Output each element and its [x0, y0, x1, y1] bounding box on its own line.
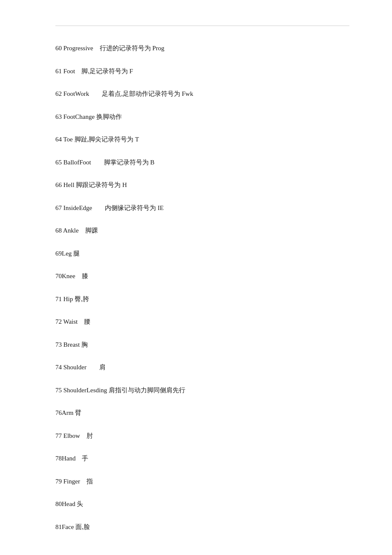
entry-text-62: 62 FootWork 足着点,足部动作记录符号为 Fwk	[55, 90, 193, 97]
list-item: 73 Breast 胸	[55, 339, 349, 351]
entry-text-65: 65 BallofFoot 脚掌记录符号为 B	[55, 159, 155, 166]
entry-text-81: 81Face 面,脸	[55, 523, 90, 530]
entry-text-67: 67 InsideEdge 内侧缘记录符号为 IE	[55, 204, 164, 211]
list-item: 60 Progressive 行进的记录符号为 Prog	[55, 43, 349, 54]
list-item: 71 Hip 臀,胯	[55, 294, 349, 305]
entry-text-70: 70Knee 膝	[55, 273, 88, 279]
entry-text-79: 79 Finger 指	[55, 478, 93, 485]
list-item: 64 Toe 脚趾,脚尖记录符号为 T	[55, 134, 349, 145]
list-item: 63 FootChange 换脚动作	[55, 112, 349, 123]
entry-text-80: 80Head 头	[55, 500, 83, 507]
entry-text-68: 68 Ankle 脚踝	[55, 227, 98, 234]
entries-list: 60 Progressive 行进的记录符号为 Prog61 Foot 脚,足记…	[55, 43, 349, 532]
list-item: 79 Finger 指	[55, 476, 349, 487]
entry-text-71: 71 Hip 臀,胯	[55, 296, 89, 302]
entry-text-77: 77 Elbow 肘	[55, 432, 93, 439]
list-item: 76Arm 臂	[55, 408, 349, 419]
list-item: 70Knee 膝	[55, 271, 349, 282]
entry-text-66: 66 Hell 脚跟记录符号为 H	[55, 181, 127, 188]
list-item: 81Face 面,脸	[55, 522, 349, 533]
list-item: 62 FootWork 足着点,足部动作记录符号为 Fwk	[55, 89, 349, 100]
list-item: 67 InsideEdge 内侧缘记录符号为 IE	[55, 203, 349, 214]
entry-text-60: 60 Progressive 行进的记录符号为 Prog	[55, 45, 164, 52]
list-item: 61 Foot 脚,足记录符号为 F	[55, 66, 349, 77]
top-divider	[55, 26, 349, 26]
list-item: 77 Elbow 肘	[55, 431, 349, 442]
list-item: 74 Shoulder 肩	[55, 362, 349, 373]
entry-text-63: 63 FootChange 换脚动作	[55, 113, 122, 120]
list-item: 66 Hell 脚跟记录符号为 H	[55, 180, 349, 191]
entry-text-76: 76Arm 臂	[55, 409, 81, 416]
entry-text-61: 61 Foot 脚,足记录符号为 F	[55, 68, 133, 75]
entry-text-75: 75 ShoulderLesding 肩指引与动力脚同侧肩先行	[55, 387, 185, 394]
entry-text-64: 64 Toe 脚趾,脚尖记录符号为 T	[55, 136, 139, 143]
entry-text-73: 73 Breast 胸	[55, 341, 88, 348]
list-item: 68 Ankle 脚踝	[55, 225, 349, 236]
list-item: 72 Waist 腰	[55, 316, 349, 328]
entry-text-72: 72 Waist 腰	[55, 318, 90, 325]
entry-text-69: 69Leg 腿	[55, 250, 80, 257]
list-item: 80Head 头	[55, 499, 349, 510]
entry-text-74: 74 Shoulder 肩	[55, 364, 106, 371]
list-item: 78Hand 手	[55, 453, 349, 464]
entry-text-78: 78Hand 手	[55, 455, 89, 462]
list-item: 69Leg 腿	[55, 248, 349, 259]
list-item: 65 BallofFoot 脚掌记录符号为 B	[55, 157, 349, 168]
list-item: 75 ShoulderLesding 肩指引与动力脚同侧肩先行	[55, 385, 349, 396]
